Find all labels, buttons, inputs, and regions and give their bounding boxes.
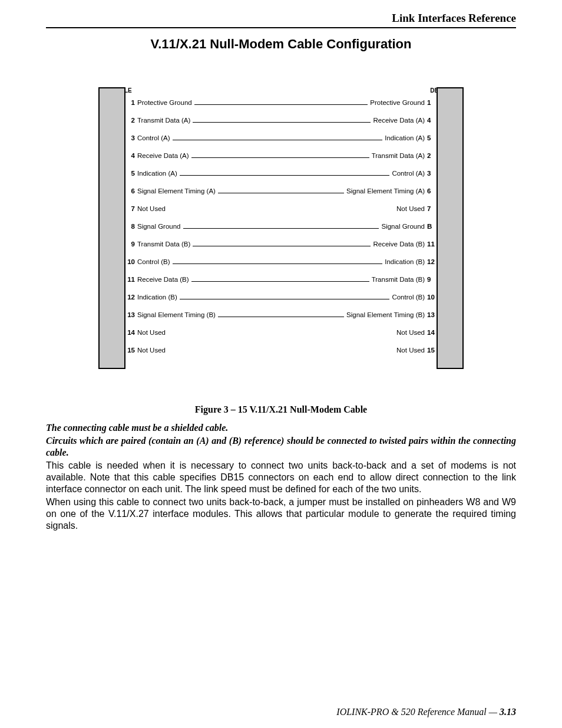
left-pin: 15 (125, 347, 137, 354)
left-pin: 14 (125, 329, 137, 336)
right-pin: 15 (425, 347, 437, 354)
right-signal: Receive Data (B) (373, 241, 425, 248)
left-pin: 6 (125, 187, 137, 195)
pin-row: 10Control (B)Indication (B)12 (125, 248, 437, 265)
note-text: Circuits which are paired (contain an (A… (46, 435, 516, 459)
right-pin: 4 (425, 117, 437, 124)
right-pin: 5 (425, 134, 437, 141)
pin-row: 3Control (A)Indication (A)5 (125, 124, 437, 141)
left-pin: 7 (125, 205, 137, 212)
right-pin: 3 (425, 170, 437, 177)
left-pin: 2 (125, 117, 137, 124)
page-footer: IOLINK-PRO & 520 Reference Manual — 3.13 (336, 707, 516, 717)
right-signal: Not Used (396, 329, 425, 336)
wire (180, 299, 390, 299)
right-pin: 1 (425, 99, 437, 106)
wire (193, 122, 371, 123)
left-pin: 9 (125, 241, 137, 248)
wire (218, 193, 344, 193)
right-signal: Signal Element Timing (A) (346, 187, 425, 195)
body-paragraph: This cable is needed when it is necessar… (46, 460, 516, 495)
wire (173, 140, 383, 140)
pin-rows: 1Protective GroundProtective Ground12Tra… (125, 87, 437, 369)
left-signal: Not Used (137, 347, 166, 354)
footer-manual: IOLINK-PRO & 520 Reference Manual — (336, 707, 500, 717)
right-signal: Transmit Data (A) (372, 152, 425, 159)
left-pin: 12 (125, 294, 137, 301)
wire (218, 317, 344, 317)
left-pin: 10 (125, 258, 137, 265)
pin-row: 5Indication (A)Control (A)3 (125, 159, 437, 177)
note-text: The connecting cable must be a shielded … (46, 422, 516, 434)
pin-row: 15Not UsedNot Used15 (125, 336, 437, 354)
footer-page: 3.13 (500, 707, 516, 717)
wire (193, 246, 371, 246)
right-pin: 12 (425, 258, 437, 265)
wire (194, 104, 368, 105)
pin-row: 11Receive Data (B)Transmit Data (B)9 (125, 265, 437, 283)
left-signal: Not Used (137, 329, 166, 336)
right-signal: Not Used (396, 205, 425, 212)
section-title: V.11/X.21 Null-Modem Cable Configuration (46, 37, 516, 52)
pin-row: 9Transmit Data (B)Receive Data (B)11 (125, 230, 437, 248)
left-signal: Signal Element Timing (A) (137, 187, 216, 195)
right-signal: Control (A) (392, 170, 425, 177)
right-signal: Indication (A) (385, 134, 425, 141)
right-pin: 14 (425, 329, 437, 336)
wire (173, 263, 383, 264)
cable-diagram: DB15 MALE DB15 MALE 1Protective GroundPr… (98, 87, 464, 369)
left-pin: 11 (125, 276, 137, 283)
right-pin: 13 (425, 311, 437, 318)
pin-row: 7Not UsedNot Used7 (125, 195, 437, 212)
right-pin: 9 (425, 276, 437, 283)
left-signal: Receive Data (A) (137, 152, 189, 159)
diagram-body: 1Protective GroundProtective Ground12Tra… (98, 87, 464, 369)
pin-row: 2Transmit Data (A)Receive Data (A)4 (125, 106, 437, 124)
right-pin: 11 (425, 241, 437, 248)
left-signal: Transmit Data (B) (137, 241, 190, 248)
left-signal: Receive Data (B) (137, 276, 189, 283)
right-signal: Protective Ground (370, 99, 425, 106)
header-rule (46, 27, 516, 28)
pin-row: 8Signal GroundSignal GroundB (125, 212, 437, 230)
left-signal: Signal Element Timing (B) (137, 311, 216, 318)
right-signal: Receive Data (A) (373, 117, 425, 124)
right-signal: Signal Ground (381, 223, 425, 230)
pin-row: 13Signal Element Timing (B)Signal Elemen… (125, 301, 437, 318)
wire (180, 175, 390, 176)
page-header-section: Link Interfaces Reference (46, 12, 516, 27)
left-signal: Control (B) (137, 258, 170, 265)
left-signal: Indication (A) (137, 170, 177, 177)
left-pin: 4 (125, 152, 137, 159)
right-signal: Control (B) (392, 294, 425, 301)
right-signal: Signal Element Timing (B) (346, 311, 425, 318)
left-pin: 8 (125, 223, 137, 230)
left-signal: Control (A) (137, 134, 170, 141)
left-pin: 5 (125, 170, 137, 177)
left-pin: 1 (125, 99, 137, 106)
left-signal: Protective Ground (137, 99, 192, 106)
right-signal: Transmit Data (B) (372, 276, 425, 283)
right-signal: Not Used (396, 347, 425, 354)
pin-row: 4Receive Data (A)Transmit Data (A)2 (125, 141, 437, 159)
left-pin: 13 (125, 311, 137, 318)
right-pin: B (425, 223, 437, 230)
figure-caption: Figure 3 – 15 V.11/X.21 Null-Modem Cable (46, 404, 516, 415)
right-pin: 7 (425, 205, 437, 212)
right-connector-block (437, 87, 464, 369)
right-pin: 6 (425, 187, 437, 195)
left-pin: 3 (125, 134, 137, 141)
pin-row: 14Not UsedNot Used14 (125, 318, 437, 336)
wire (183, 228, 379, 229)
pin-row: 1Protective GroundProtective Ground1 (125, 88, 437, 106)
left-signal: Signal Ground (137, 223, 181, 230)
left-signal: Indication (B) (137, 294, 177, 301)
wire (191, 157, 369, 158)
wire (191, 281, 369, 282)
right-pin: 2 (425, 152, 437, 159)
right-signal: Indication (B) (385, 258, 425, 265)
pin-row: 6Signal Element Timing (A)Signal Element… (125, 177, 437, 195)
right-pin: 10 (425, 294, 437, 301)
body-paragraph: When using this cable to connect two uni… (46, 496, 516, 532)
left-signal: Transmit Data (A) (137, 117, 190, 124)
